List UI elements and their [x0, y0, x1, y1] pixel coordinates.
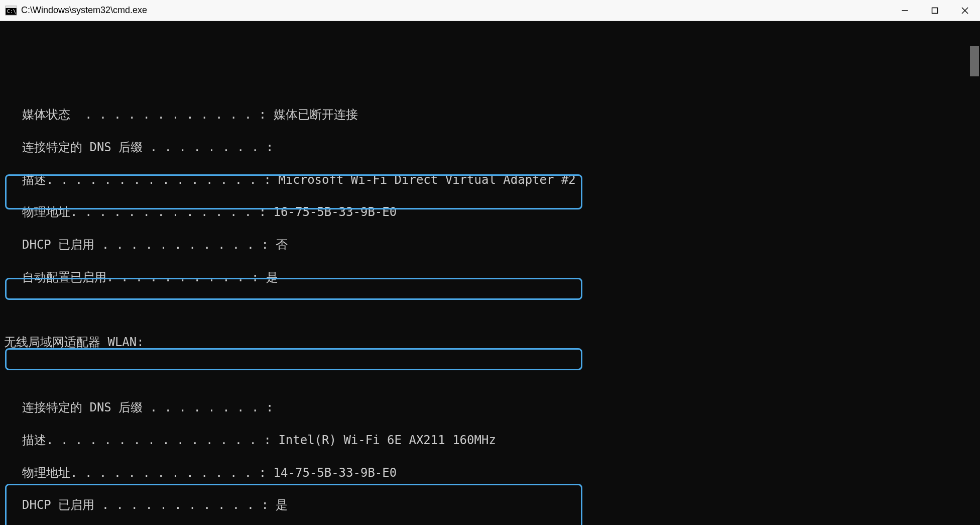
close-button[interactable]: [950, 0, 980, 21]
description-value: Microsoft Wi-Fi Direct Virtual Adapter #…: [278, 173, 575, 187]
autoconfig-label: 自动配置已启用: [22, 270, 106, 284]
window-title: C:\Windows\system32\cmd.exe: [21, 5, 890, 16]
description-value-2: Intel(R) Wi-Fi 6E AX211 160MHz: [278, 433, 496, 447]
dhcp-enabled-value-2: 是: [276, 498, 288, 512]
minimize-button[interactable]: [890, 0, 920, 21]
dhcp-enabled-label-2: DHCP 已启用: [22, 498, 94, 512]
maximize-button[interactable]: [920, 0, 950, 21]
dns-suffix-label-2: 连接特定的 DNS 后缀: [22, 400, 143, 414]
media-state-value: 媒体已断开连接: [274, 108, 358, 122]
physical-address-value-2: 14-75-5B-33-9B-E0: [274, 466, 397, 480]
description-label-2: 描述: [22, 433, 46, 447]
terminal-output: 媒体状态 . . . . . . . . . . . . : 媒体已断开连接 连…: [4, 58, 980, 525]
scrollbar-track[interactable]: [969, 21, 980, 525]
cmd-icon: C:\: [5, 5, 17, 17]
svg-rect-1: [6, 6, 17, 8]
physical-address-value: 16-75-5B-33-9B-E0: [274, 205, 397, 219]
svg-rect-4: [932, 8, 938, 13]
dhcp-enabled-label: DHCP 已启用: [22, 238, 94, 252]
scrollbar-thumb[interactable]: [970, 46, 979, 76]
dns-suffix-label: 连接特定的 DNS 后缀: [22, 140, 143, 154]
autoconfig-value: 是: [266, 270, 278, 284]
terminal-area[interactable]: 媒体状态 . . . . . . . . . . . . : 媒体已断开连接 连…: [0, 21, 980, 525]
cmd-window: C:\ C:\Windows\system32\cmd.exe 媒体状态 . .…: [0, 0, 980, 525]
description-label: 描述: [22, 173, 46, 187]
media-state-label: 媒体状态: [22, 108, 70, 122]
wlan-adapter-header: 无线局域网适配器 WLAN:: [4, 334, 980, 350]
physical-address-label: 物理地址: [22, 205, 70, 219]
physical-address-label-2: 物理地址: [22, 466, 70, 480]
dhcp-enabled-value: 否: [276, 238, 288, 252]
window-controls: [890, 0, 980, 21]
titlebar[interactable]: C:\ C:\Windows\system32\cmd.exe: [0, 0, 980, 21]
svg-text:C:\: C:\: [7, 9, 16, 14]
